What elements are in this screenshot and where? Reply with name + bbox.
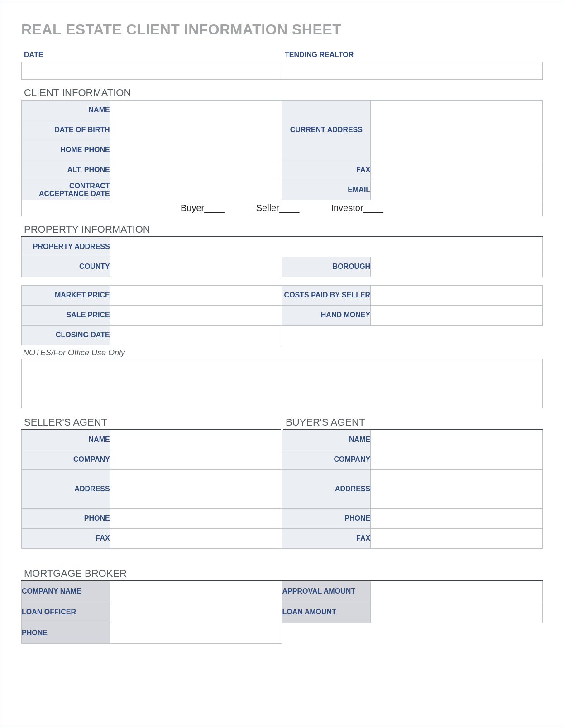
home-phone-input[interactable] (110, 140, 282, 160)
date-input[interactable] (21, 62, 282, 80)
buyer-company-input[interactable] (371, 450, 543, 470)
seller-company-input[interactable] (110, 450, 282, 470)
property-info-header: PROPERTY INFORMATION (21, 224, 543, 237)
home-phone-label: HOME PHONE (22, 140, 110, 160)
mortgage-broker-header: MORTGAGE BROKER (21, 568, 543, 581)
dob-input[interactable] (110, 120, 282, 140)
page: REAL ESTATE CLIENT INFORMATION SHEET DAT… (0, 0, 564, 728)
buyer-name-label: NAME (282, 430, 371, 450)
hand-money-label: HAND MONEY (282, 306, 371, 326)
county-input[interactable] (110, 257, 282, 277)
page-title: REAL ESTATE CLIENT INFORMATION SHEET (21, 21, 543, 38)
property-address-input[interactable] (110, 237, 542, 257)
market-price-input[interactable] (110, 286, 282, 306)
current-address-input[interactable] (371, 101, 543, 160)
property-address-table: PROPERTY ADDRESS COUNTY BOROUGH (21, 237, 543, 277)
buyer-fax-input[interactable] (371, 529, 543, 549)
borough-label: BOROUGH (282, 257, 371, 277)
property-address-label: PROPERTY ADDRESS (22, 237, 110, 257)
current-address-label: CURRENT ADDRESS (282, 101, 371, 160)
broker-approval-label: APPROVAL AMOUNT (282, 581, 371, 602)
costs-paid-input[interactable] (371, 286, 543, 306)
contract-date-input[interactable] (110, 180, 282, 200)
name-label: NAME (22, 101, 110, 120)
client-info-table: NAME CURRENT ADDRESS DATE OF BIRTH HOME … (21, 100, 543, 216)
client-info-header: CLIENT INFORMATION (21, 87, 543, 100)
hand-money-input[interactable] (371, 306, 543, 326)
client-roles-row: Buyer____ Seller____ Investor____ (22, 200, 543, 216)
tending-realtor-input[interactable] (282, 62, 543, 80)
buyer-phone-label: PHONE (282, 509, 371, 529)
seller-fax-label: FAX (22, 529, 110, 549)
county-label: COUNTY (22, 257, 110, 277)
seller-company-label: COMPANY (22, 450, 110, 470)
mortgage-broker-table: COMPANY NAME APPROVAL AMOUNT LOAN OFFICE… (21, 581, 543, 644)
buyer-address-label: ADDRESS (282, 470, 371, 509)
email-label: EMAIL (282, 180, 371, 200)
sale-price-label: SALE PRICE (22, 306, 110, 326)
market-price-label: MARKET PRICE (22, 286, 110, 306)
alt-phone-input[interactable] (110, 160, 282, 180)
fax-input[interactable] (371, 160, 543, 180)
sale-price-input[interactable] (110, 306, 282, 326)
role-buyer[interactable]: Buyer____ (181, 203, 225, 213)
dob-label: DATE OF BIRTH (22, 120, 110, 140)
buyer-company-label: COMPANY (282, 450, 371, 470)
seller-agent-header: SELLER'S AGENT (21, 417, 281, 430)
broker-company-input[interactable] (110, 581, 282, 602)
broker-officer-label: LOAN OFFICER (22, 602, 110, 623)
pricing-table: MARKET PRICE COSTS PAID BY SELLER SALE P… (21, 285, 543, 345)
role-investor[interactable]: Investor____ (331, 203, 383, 213)
borough-input[interactable] (371, 257, 543, 277)
notes-input[interactable] (21, 359, 543, 408)
seller-name-label: NAME (22, 430, 110, 450)
top-row: DATE TENDING REALTOR (21, 51, 543, 62)
broker-phone-label: PHONE (22, 623, 110, 644)
closing-date-label: CLOSING DATE (22, 326, 110, 345)
top-value-row (21, 62, 543, 80)
broker-company-label: COMPANY NAME (22, 581, 110, 602)
seller-name-input[interactable] (110, 430, 282, 450)
broker-phone-input[interactable] (110, 623, 282, 644)
email-input[interactable] (371, 180, 543, 200)
buyer-fax-label: FAX (282, 529, 371, 549)
date-label: DATE (21, 51, 282, 62)
seller-phone-input[interactable] (110, 509, 282, 529)
seller-phone-label: PHONE (22, 509, 110, 529)
name-input[interactable] (110, 101, 282, 120)
contract-date-label: CONTRACT ACCEPTANCE DATE (22, 180, 110, 200)
buyer-agent-header: BUYER'S AGENT (283, 417, 543, 430)
seller-address-label: ADDRESS (22, 470, 110, 509)
notes-label: NOTES/For Office Use Only (21, 345, 543, 359)
closing-date-input[interactable] (110, 326, 282, 345)
costs-paid-label: COSTS PAID BY SELLER (282, 286, 371, 306)
role-seller[interactable]: Seller____ (256, 203, 300, 213)
buyer-address-input[interactable] (371, 470, 543, 509)
buyer-name-input[interactable] (371, 430, 543, 450)
tending-realtor-label: TENDING REALTOR (282, 51, 543, 62)
broker-officer-input[interactable] (110, 602, 282, 623)
seller-fax-input[interactable] (110, 529, 282, 549)
broker-approval-input[interactable] (371, 581, 543, 602)
seller-address-input[interactable] (110, 470, 282, 509)
broker-loan-input[interactable] (371, 602, 543, 623)
broker-loan-label: LOAN AMOUNT (282, 602, 371, 623)
fax-label: FAX (282, 160, 371, 180)
alt-phone-label: ALT. PHONE (22, 160, 110, 180)
agents-table: NAME NAME COMPANY COMPANY ADDRESS ADDRES… (21, 430, 543, 549)
buyer-phone-input[interactable] (371, 509, 543, 529)
